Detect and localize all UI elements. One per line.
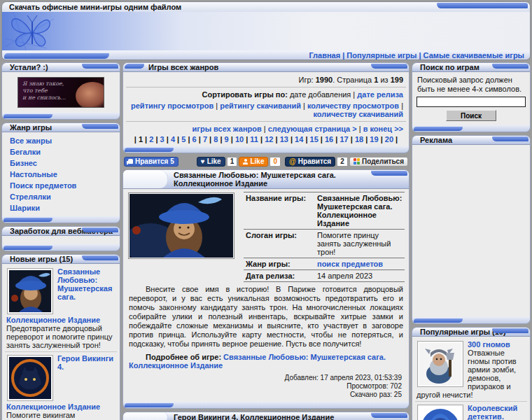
genre-link-shooters[interactable]: Стрелялки [6,191,116,202]
genre-link-runners[interactable]: Бегалки [6,146,116,158]
search-button[interactable]: Поиск [446,110,496,121]
odnoklassniki-like-button[interactable]: Like [239,157,268,167]
sort-by-views-link[interactable]: количеству просмотров [301,102,399,110]
mailru-like-count: 2 [337,157,348,167]
page-number-current: 1 [139,135,149,144]
person-icon [243,159,248,164]
search-input[interactable] [416,97,526,107]
share-button[interactable]: Поделиться [349,157,408,167]
page-number-link[interactable]: 14 [295,135,309,144]
sort-current: дате добавления [290,90,351,99]
page-number-link[interactable]: 10 [235,135,250,144]
sort-line-1: Сортировать игры по: дате добавления | д… [126,89,406,100]
site-title: Скачать офисные мини-игры одним файлом [9,3,181,11]
page: Скачать офисные мини-игры одним файлом Г… [0,0,532,420]
page-number-link[interactable]: 17 [340,135,354,144]
vk-like-button[interactable]: ♥Like [197,157,225,167]
games-count-line: Игр: 1990. Страница 1 из 199 [126,74,406,85]
sort-by-release-link[interactable]: дате релиза [357,90,403,99]
decorative-swoosh [125,64,144,69]
page-number-link[interactable]: 20 [385,135,398,144]
musketeer-thumbnail[interactable] [7,268,53,314]
top-nav: ГлавнаяПопулярные игрыСамые скачиваемые … [1,50,531,60]
all-genres-link[interactable]: игры всех жанров [192,125,262,133]
divider [126,87,406,88]
social-buttons-row: Нравится 5 ♥Like 1 Like 0 @Нравится 2 По… [124,156,408,167]
facebook-like-button[interactable]: Нравится 5 [124,157,178,167]
page-number-link[interactable]: 2 [149,135,160,144]
last-page-link[interactable]: в конец >> [357,125,403,133]
left-sidebar: Устали? :) Я знаю такое, что тебе и не с… [1,62,120,420]
decorative-swoosh [437,3,528,8]
total-pages: 199 [391,76,403,84]
game-description: Внесите свое имя в историю! В Париже гот… [127,282,405,350]
nav-most-downloaded-link[interactable]: Самые скачиваемые игры [416,51,524,59]
nav-popular-link[interactable]: Популярные игры [340,51,416,59]
page-number-link[interactable]: 3 [160,135,171,144]
adult-ad-banner[interactable]: Я знаю такое, что тебе и не снилось... [18,77,104,108]
page-number-link[interactable]: 19 [370,135,384,144]
page-number-link[interactable]: 11 [250,135,265,144]
decorative-swoosh [4,218,52,222]
genres-panel: Жанр игры Все жанры Бегалки Бизнес Насто… [1,122,120,223]
genre-link-balls[interactable]: Шарики [6,202,116,214]
game-release-label: Дата релиза: [244,270,315,282]
game-downloads: Скачано раз: 25 [127,391,402,399]
vk-like-count: 1 [227,157,238,167]
right-sidebar: Поиск по играм Поисковый запрос должен б… [412,62,531,420]
decorative-swoosh [4,53,109,59]
decorative-swoosh [125,148,174,152]
popular-game-item: Королевский детектив. Королева теней. Ко… [415,401,527,420]
page-number-link[interactable]: 16 [325,135,340,144]
page-number-link[interactable]: 5 [181,135,192,144]
decorative-swoosh [82,227,118,232]
page-number-link[interactable]: 4 [171,135,181,144]
game-title: Герои Викинги 4. Коллекционное Издание [174,413,334,420]
pager-links: игры всех жанровследующая страница >в ко… [126,123,406,134]
sort-by-download-rating-link[interactable]: рейтингу скачиваний [214,102,301,110]
ad-banner-figure [76,82,104,108]
hooded-woman-thumbnail[interactable] [417,405,463,420]
next-page-link[interactable]: следующая страница > [262,125,357,133]
decorative-swoosh [123,170,168,188]
game-slogan-label: Слоган игры: [244,230,315,258]
decorative-swoosh [123,412,168,420]
genre-link-business[interactable]: Бизнес [6,158,116,169]
at-icon: @ [289,158,296,165]
sort-by-view-rating-link[interactable]: рейтингу просмотров [131,102,214,110]
page-number-link[interactable]: 18 [355,135,370,144]
decorative-swoosh [492,328,528,333]
new-game-desc: Помогите викингам предотвратить вечную т… [6,411,108,420]
viking-wolf-thumbnail[interactable] [7,355,53,401]
game-slogan-value: Помогите принцу занять заслуженный трон! [315,230,405,258]
page-number-link[interactable]: 12 [265,135,279,144]
nav-home-link[interactable]: Главная [309,51,340,59]
game-name-value: Связанные Любовью: Мушкетерская сага. Ко… [315,192,405,230]
page-number-link[interactable]: 6 [192,135,203,144]
game-genre-link[interactable]: поиск предметов [317,260,383,268]
popular-game-title-link[interactable]: 300 гномов [468,340,510,349]
musketeer-game-thumbnail[interactable] [128,192,234,259]
genre-link-all[interactable]: Все жанры [6,135,116,146]
genre-link-hidden-object[interactable]: Поиск предметов [6,180,116,191]
genres-panel-title: Жанр игры [10,123,52,132]
games-list-panel: Игры всех жанров Игр: 1990. Страница 1 и… [122,62,410,153]
dwarf-thumbnail[interactable] [417,341,463,387]
genre-link-board[interactable]: Настольные [6,169,116,180]
ad-slot [412,145,531,317]
decorative-swoosh [4,246,52,250]
new-games-panel: Новые игры (15) [1,254,120,420]
decorative-swoosh [492,64,528,69]
page-number-link[interactable]: 8 [214,135,224,144]
page-number-link[interactable]: 9 [225,135,235,144]
decorative-swoosh [371,171,407,176]
page-number-link[interactable]: 7 [203,135,214,144]
page-number-link[interactable]: 15 [310,135,325,144]
new-games-panel-title: Новые игры (15) [10,255,73,263]
butterfly-logo-icon [5,12,59,50]
site-banner [1,12,531,50]
popular-game-item: 300 гномов Отважные гномы против армии з… [415,338,527,401]
mailru-like-button[interactable]: @Нравится [285,157,335,167]
sort-label: Сортировать игры по: [202,90,288,99]
page-number-link[interactable]: 13 [280,135,295,144]
